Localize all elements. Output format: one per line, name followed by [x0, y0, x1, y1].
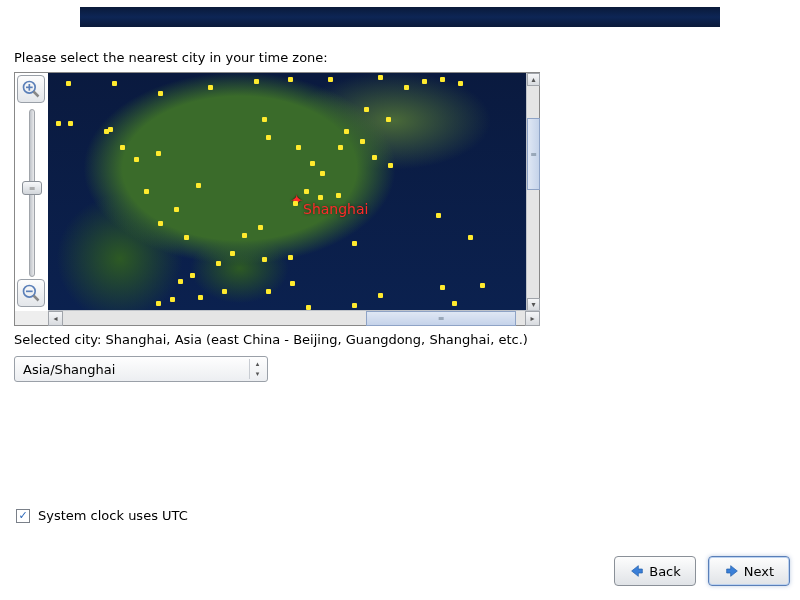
city-marker[interactable] [262, 117, 267, 122]
map-vertical-scrollbar[interactable]: ▴ ≡ ▾ [526, 73, 539, 311]
city-marker[interactable] [378, 293, 383, 298]
city-marker[interactable] [296, 145, 301, 150]
timezone-prompt: Please select the nearest city in your t… [14, 50, 328, 65]
city-marker[interactable] [352, 303, 357, 308]
next-button[interactable]: Next [708, 556, 790, 586]
arrow-right-icon [724, 563, 740, 579]
selected-city-description: Selected city: Shanghai, Asia (east Chin… [14, 332, 528, 347]
scroll-right-button[interactable]: ▸ [525, 311, 540, 326]
city-marker[interactable] [328, 77, 333, 82]
city-marker[interactable] [190, 273, 195, 278]
timezone-select-value: Asia/Shanghai [23, 362, 115, 377]
city-marker[interactable] [198, 295, 203, 300]
utc-checkbox[interactable]: ✓ [16, 509, 30, 523]
horizontal-scroll-thumb[interactable]: ≡ [366, 311, 516, 326]
utc-checkbox-row: ✓ System clock uses UTC [16, 508, 188, 523]
selected-city-label: Shanghai [303, 201, 368, 217]
city-marker[interactable] [293, 201, 298, 206]
utc-checkbox-label: System clock uses UTC [38, 508, 188, 523]
city-marker[interactable] [338, 145, 343, 150]
scroll-up-button[interactable]: ▴ [527, 73, 540, 86]
city-marker[interactable] [288, 77, 293, 82]
city-marker[interactable] [170, 297, 175, 302]
map-horizontal-scrollbar[interactable]: ◂ ≡ ▸ [48, 310, 540, 325]
city-marker[interactable] [360, 139, 365, 144]
city-marker[interactable] [262, 257, 267, 262]
city-marker[interactable] [404, 85, 409, 90]
city-marker[interactable] [242, 233, 247, 238]
wizard-footer: Back Next [614, 556, 790, 586]
city-marker[interactable] [422, 79, 427, 84]
city-marker[interactable] [364, 107, 369, 112]
city-marker[interactable] [222, 289, 227, 294]
city-marker[interactable] [108, 127, 113, 132]
city-marker[interactable] [184, 235, 189, 240]
city-marker[interactable] [134, 157, 139, 162]
city-marker[interactable] [290, 281, 295, 286]
city-marker[interactable] [208, 85, 213, 90]
timezone-select[interactable]: Asia/Shanghai ▴▾ [14, 356, 268, 382]
city-marker[interactable] [304, 189, 309, 194]
city-marker[interactable] [372, 155, 377, 160]
city-marker[interactable] [196, 183, 201, 188]
city-marker[interactable] [174, 207, 179, 212]
city-marker[interactable] [56, 121, 61, 126]
city-marker[interactable] [158, 221, 163, 226]
city-marker[interactable] [440, 285, 445, 290]
city-marker[interactable] [144, 189, 149, 194]
svg-line-5 [34, 296, 39, 301]
city-marker[interactable] [468, 235, 473, 240]
city-marker[interactable] [158, 91, 163, 96]
city-marker[interactable] [120, 145, 125, 150]
city-marker[interactable] [266, 135, 271, 140]
scroll-left-button[interactable]: ◂ [48, 311, 63, 326]
city-marker[interactable] [254, 79, 259, 84]
city-marker[interactable] [378, 75, 383, 80]
city-marker[interactable] [288, 255, 293, 260]
map-container: ≡ ✦ Shanghai ▴ ≡ ▾ ◂ ≡ ▸ [14, 72, 540, 326]
city-marker[interactable] [388, 163, 393, 168]
zoom-slider-handle[interactable]: ≡ [22, 181, 42, 195]
world-map[interactable]: ✦ Shanghai [48, 73, 527, 311]
zoom-in-button[interactable] [17, 75, 45, 103]
city-marker[interactable] [452, 301, 457, 306]
city-marker[interactable] [320, 171, 325, 176]
back-button-label: Back [649, 564, 681, 579]
city-marker[interactable] [156, 301, 161, 306]
vertical-scroll-thumb[interactable]: ≡ [527, 118, 540, 190]
city-marker[interactable] [156, 151, 161, 156]
svg-line-1 [34, 92, 39, 97]
city-marker[interactable] [266, 289, 271, 294]
back-button[interactable]: Back [614, 556, 696, 586]
city-marker[interactable] [480, 283, 485, 288]
city-marker[interactable] [318, 195, 323, 200]
city-marker[interactable] [344, 129, 349, 134]
city-marker[interactable] [336, 193, 341, 198]
city-marker[interactable] [440, 77, 445, 82]
arrow-left-icon [629, 563, 645, 579]
select-spinner-icon: ▴▾ [249, 359, 265, 379]
city-marker[interactable] [436, 213, 441, 218]
zoom-out-button[interactable] [17, 279, 45, 307]
city-marker[interactable] [258, 225, 263, 230]
city-marker[interactable] [386, 117, 391, 122]
zoom-controls: ≡ [15, 73, 48, 311]
header-banner [80, 7, 720, 27]
city-marker[interactable] [310, 161, 315, 166]
zoom-out-icon [21, 283, 41, 303]
zoom-in-icon [21, 79, 41, 99]
city-marker[interactable] [68, 121, 73, 126]
city-marker[interactable] [458, 81, 463, 86]
city-marker[interactable] [66, 81, 71, 86]
city-marker[interactable] [112, 81, 117, 86]
next-button-label: Next [744, 564, 774, 579]
city-marker[interactable] [178, 279, 183, 284]
city-marker[interactable] [230, 251, 235, 256]
city-marker[interactable] [216, 261, 221, 266]
city-marker[interactable] [352, 241, 357, 246]
